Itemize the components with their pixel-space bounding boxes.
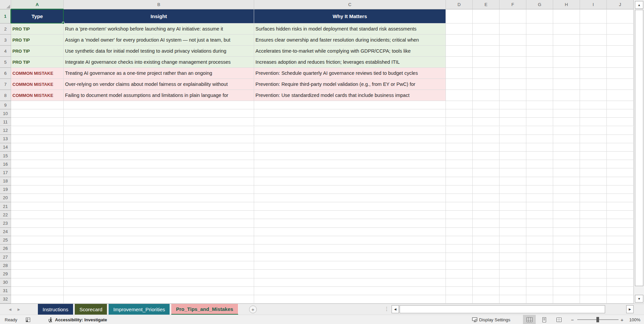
- row-header-27[interactable]: 27: [0, 253, 11, 261]
- cell-F1[interactable]: [500, 9, 526, 23]
- cell-D1[interactable]: [446, 9, 473, 23]
- cell-E22[interactable]: [473, 211, 500, 219]
- cell-J14[interactable]: [607, 143, 634, 152]
- cell-I29[interactable]: [580, 270, 607, 278]
- column-header-B[interactable]: B: [64, 0, 254, 9]
- cell-I10[interactable]: [580, 109, 607, 118]
- cell-J32[interactable]: [607, 295, 634, 304]
- row-header-8[interactable]: 8: [0, 90, 11, 101]
- cell-J31[interactable]: [607, 287, 634, 295]
- cell-G28[interactable]: [526, 261, 553, 270]
- cell-B18[interactable]: [64, 177, 254, 185]
- cell-E11[interactable]: [473, 118, 500, 126]
- row-header-31[interactable]: 31: [0, 287, 11, 295]
- cell-J27[interactable]: [607, 253, 634, 261]
- row-header-30[interactable]: 30: [0, 278, 11, 287]
- cell-H7[interactable]: [553, 79, 580, 90]
- cell-H24[interactable]: [553, 228, 580, 236]
- cell-F22[interactable]: [500, 211, 526, 219]
- cell-G4[interactable]: [526, 46, 553, 57]
- cell-A2[interactable]: PRO TIP: [11, 23, 64, 35]
- cell-E23[interactable]: [473, 219, 500, 227]
- cell-E25[interactable]: [473, 236, 500, 245]
- column-header-H[interactable]: H: [553, 0, 580, 9]
- cell-D3[interactable]: [446, 35, 473, 46]
- cell-G23[interactable]: [526, 219, 553, 227]
- cell-B26[interactable]: [64, 245, 254, 253]
- cell-B5[interactable]: Integrate AI governance checks into exis…: [64, 57, 254, 68]
- cell-B24[interactable]: [64, 228, 254, 236]
- cell-B27[interactable]: [64, 253, 254, 261]
- cell-J8[interactable]: [607, 90, 634, 101]
- cell-A9[interactable]: [11, 101, 64, 109]
- cell-A31[interactable]: [11, 287, 64, 295]
- cell-E19[interactable]: [473, 185, 500, 194]
- cell-D14[interactable]: [446, 143, 473, 152]
- cell-G13[interactable]: [526, 135, 553, 143]
- cell-B17[interactable]: [64, 168, 254, 177]
- cell-B6[interactable]: Treating AI governance as a one-time pro…: [64, 68, 254, 79]
- cell-I12[interactable]: [580, 126, 607, 135]
- row-header-4[interactable]: 4: [0, 46, 11, 57]
- cell-C9[interactable]: [254, 101, 446, 109]
- column-header-D[interactable]: D: [446, 0, 473, 9]
- row-header-9[interactable]: 9: [0, 101, 11, 109]
- cell-J23[interactable]: [607, 219, 634, 227]
- cell-J29[interactable]: [607, 270, 634, 278]
- cell-E24[interactable]: [473, 228, 500, 236]
- cell-D26[interactable]: [446, 245, 473, 253]
- cell-A8[interactable]: COMMON MISTAKE: [11, 90, 64, 101]
- cell-F8[interactable]: [500, 90, 526, 101]
- zoom-slider-thumb[interactable]: [596, 317, 599, 322]
- cell-E30[interactable]: [473, 278, 500, 287]
- cell-E31[interactable]: [473, 287, 500, 295]
- cell-A14[interactable]: [11, 143, 64, 152]
- cell-F23[interactable]: [500, 219, 526, 227]
- cell-G9[interactable]: [526, 101, 553, 109]
- cell-B25[interactable]: [64, 236, 254, 245]
- cell-B12[interactable]: [64, 126, 254, 135]
- cell-D17[interactable]: [446, 168, 473, 177]
- sheet-tab-scorecard[interactable]: Scorecard: [75, 304, 107, 315]
- vertical-scroll-thumb[interactable]: [635, 10, 643, 286]
- view-page-break-button[interactable]: [552, 315, 565, 324]
- cell-C22[interactable]: [254, 211, 446, 219]
- cell-E5[interactable]: [473, 57, 500, 68]
- cell-C8[interactable]: Prevention: Use standardized model cards…: [254, 90, 446, 101]
- cell-D7[interactable]: [446, 79, 473, 90]
- cell-D13[interactable]: [446, 135, 473, 143]
- tab-splitter-handle[interactable]: ⋮: [384, 306, 389, 312]
- row-header-20[interactable]: 20: [0, 194, 11, 202]
- cell-D8[interactable]: [446, 90, 473, 101]
- cell-J3[interactable]: [607, 35, 634, 46]
- cell-B10[interactable]: [64, 109, 254, 118]
- cell-J15[interactable]: [607, 152, 634, 160]
- cell-A18[interactable]: [11, 177, 64, 185]
- cell-G21[interactable]: [526, 202, 553, 211]
- cell-F25[interactable]: [500, 236, 526, 245]
- cell-J6[interactable]: [607, 68, 634, 79]
- tab-scroll-right-icon[interactable]: ▶: [15, 304, 23, 315]
- cell-E26[interactable]: [473, 245, 500, 253]
- cell-B22[interactable]: [64, 211, 254, 219]
- cell-G32[interactable]: [526, 295, 553, 304]
- cell-G8[interactable]: [526, 90, 553, 101]
- view-page-layout-button[interactable]: [538, 315, 550, 324]
- cell-C24[interactable]: [254, 228, 446, 236]
- row-header-1[interactable]: 1: [0, 9, 11, 23]
- cell-F17[interactable]: [500, 168, 526, 177]
- cell-A25[interactable]: [11, 236, 64, 245]
- sheet-tab-instructions[interactable]: Instructions: [38, 304, 73, 315]
- cell-E14[interactable]: [473, 143, 500, 152]
- cell-C11[interactable]: [254, 118, 446, 126]
- cell-D28[interactable]: [446, 261, 473, 270]
- cell-D10[interactable]: [446, 109, 473, 118]
- cell-D19[interactable]: [446, 185, 473, 194]
- cell-F10[interactable]: [500, 109, 526, 118]
- cell-I15[interactable]: [580, 152, 607, 160]
- cell-G3[interactable]: [526, 35, 553, 46]
- cell-J12[interactable]: [607, 126, 634, 135]
- cell-C30[interactable]: [254, 278, 446, 287]
- cell-H18[interactable]: [553, 177, 580, 185]
- row-header-13[interactable]: 13: [0, 135, 11, 143]
